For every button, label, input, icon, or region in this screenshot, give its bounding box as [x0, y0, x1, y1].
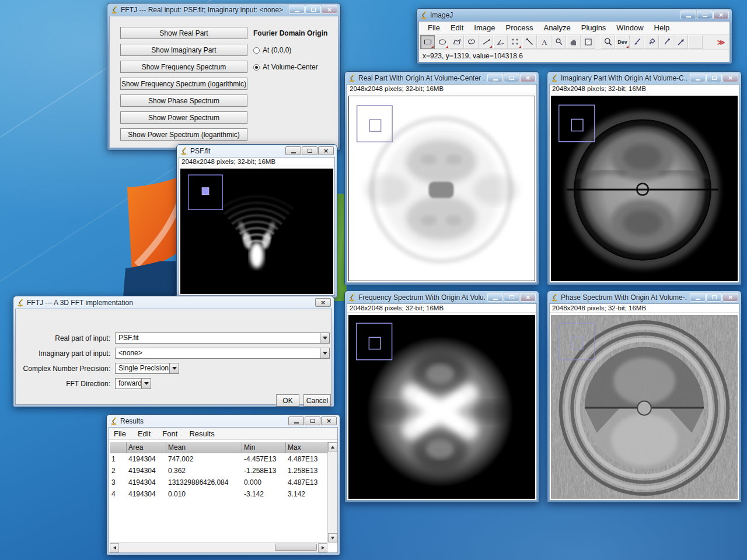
menu-edit[interactable]: Edit	[137, 429, 156, 438]
close-button[interactable]: ×	[520, 74, 536, 82]
real-part-titlebar[interactable]: Real Part With Origin At Volume-Center .…	[347, 72, 537, 84]
menu-help[interactable]: Help	[649, 23, 675, 33]
show-phase-spectrum-button[interactable]: Show Phase Spectrum	[120, 94, 247, 107]
frequency-titlebar[interactable]: Frequency Spectrum With Origin At Volu..…	[347, 291, 537, 303]
cancel-button[interactable]: Cancel	[303, 394, 331, 407]
flood-fill-tool[interactable]	[644, 35, 659, 49]
point-tool[interactable]	[508, 35, 522, 49]
close-button[interactable]: ×	[722, 74, 738, 82]
minimize-button[interactable]	[487, 293, 503, 302]
menu-plugins[interactable]: Plugins	[576, 23, 612, 33]
dropdown-button[interactable]	[320, 332, 330, 344]
horizontal-scrollbar[interactable]	[110, 542, 327, 552]
freehand-tool[interactable]	[464, 35, 479, 49]
column-header-area[interactable]: Area	[127, 442, 166, 453]
close-button[interactable]: ×	[315, 298, 331, 307]
minimize-button[interactable]	[289, 5, 305, 14]
minimize-button[interactable]	[690, 293, 706, 302]
table-row[interactable]: 3 4194304 131329886426.084 0.000 4.487E1…	[110, 477, 327, 488]
minimize-button[interactable]	[487, 74, 503, 82]
close-button[interactable]: ×	[713, 10, 729, 19]
column-header-index[interactable]	[110, 442, 127, 453]
imaginary-part-canvas[interactable]	[551, 96, 738, 281]
show-real-part-button[interactable]: Show Real Part	[120, 27, 247, 39]
line-tool[interactable]	[479, 35, 493, 49]
precision-select[interactable]: Single Precision	[115, 363, 179, 374]
zoom-tool[interactable]	[551, 35, 566, 49]
fftj-dialog-titlebar[interactable]: FFTJ --- A 3D FFT implementation ×	[15, 296, 332, 309]
scroll-right-button[interactable]	[318, 543, 327, 552]
direction-select[interactable]: forward	[115, 378, 151, 389]
scroll-up-button[interactable]	[328, 442, 337, 452]
table-row[interactable]: 4 4194304 0.010 -3.142 3.142	[110, 488, 327, 500]
table-row[interactable]: 1 4194304 747.002 -4.457E13 4.487E13	[110, 453, 327, 465]
rectangle-tool[interactable]	[420, 35, 435, 49]
column-header-mean[interactable]: Mean	[166, 442, 242, 453]
vertical-scrollbar[interactable]	[327, 442, 337, 542]
angle-tool[interactable]	[493, 35, 508, 49]
arrow-tool[interactable]	[673, 35, 688, 49]
hand-tool[interactable]	[566, 35, 581, 49]
menu-analyze[interactable]: Analyze	[538, 23, 575, 33]
color-picker-tool[interactable]	[581, 35, 595, 49]
close-button[interactable]: ×	[318, 146, 334, 155]
imaginary-input-select[interactable]: <none>	[115, 348, 330, 359]
ok-button[interactable]: OK	[276, 394, 299, 407]
imaginary-part-titlebar[interactable]: Imaginary Part With Origin At Volume-C..…	[549, 72, 739, 84]
dropdown-button[interactable]	[141, 378, 151, 389]
minimize-button[interactable]	[690, 74, 706, 82]
psf-canvas[interactable]	[180, 169, 333, 294]
maximize-button[interactable]	[706, 74, 722, 82]
maximize-button[interactable]	[706, 293, 722, 302]
maximize-button[interactable]	[697, 10, 713, 19]
show-frequency-spectrum-log-button[interactable]: Show Frequency Spectrum (logarithmic)	[120, 78, 247, 90]
fftj-panel-titlebar[interactable]: FFTJ --- Real input: PSF.fit; Imaginary …	[109, 4, 338, 16]
dev-menu-tool[interactable]: Dev	[615, 35, 630, 49]
more-tools-button[interactable]: ≫	[714, 35, 728, 49]
column-header-max[interactable]: Max	[286, 442, 327, 453]
roi-selection[interactable]	[357, 106, 392, 142]
phase-titlebar[interactable]: Phase Spectrum With Origin At Volume-...…	[549, 291, 739, 303]
dropdown-button[interactable]	[320, 348, 330, 359]
menu-file[interactable]: File	[113, 429, 132, 438]
menu-image[interactable]: Image	[469, 23, 500, 33]
polygon-tool[interactable]	[449, 35, 464, 49]
empty-tool-slot[interactable]	[688, 35, 703, 49]
roi-selection[interactable]	[357, 323, 392, 360]
menu-edit[interactable]: Edit	[445, 23, 469, 33]
real-part-canvas[interactable]	[348, 96, 535, 281]
minimize-button[interactable]	[285, 146, 301, 155]
oval-tool[interactable]	[435, 35, 449, 49]
scroll-down-button[interactable]	[328, 533, 337, 542]
wand-tool[interactable]	[522, 35, 537, 49]
close-button[interactable]: ×	[722, 293, 738, 302]
real-input-select[interactable]: PSF.fit	[115, 332, 330, 344]
show-imaginary-part-button[interactable]: Show Imaginary Part	[120, 44, 247, 56]
minimize-button[interactable]	[288, 416, 304, 425]
dropdown-button[interactable]	[169, 363, 179, 374]
table-row[interactable]: 2 4194304 0.362 -1.258E13 1.258E13	[110, 465, 327, 477]
imagej-titlebar[interactable]: ImageJ ×	[418, 9, 730, 21]
radio-origin-000[interactable]: At (0,0,0)	[253, 46, 291, 54]
psf-titlebar[interactable]: PSF.fit ×	[179, 145, 335, 157]
close-button[interactable]: ×	[321, 416, 337, 425]
menu-results[interactable]: Results	[188, 429, 220, 438]
maximize-button[interactable]	[504, 293, 519, 302]
frequency-canvas[interactable]	[348, 315, 535, 499]
close-button[interactable]: ×	[520, 293, 536, 302]
close-button[interactable]: ×	[322, 5, 337, 14]
maximize-button[interactable]	[302, 146, 317, 155]
magnifier-macro-tool[interactable]	[601, 35, 615, 49]
radio-origin-volume-center[interactable]: At Volume-Center	[253, 63, 318, 71]
phase-canvas[interactable]	[551, 315, 738, 499]
maximize-button[interactable]	[305, 416, 320, 425]
brush-tool[interactable]	[630, 35, 644, 49]
menu-window[interactable]: Window	[611, 23, 648, 33]
maximize-button[interactable]	[504, 74, 519, 82]
minimize-button[interactable]	[680, 10, 696, 19]
dropper-tool[interactable]	[659, 35, 673, 49]
roi-selection[interactable]	[189, 175, 223, 209]
menu-font[interactable]: Font	[161, 429, 183, 438]
results-titlebar[interactable]: Results ×	[109, 415, 338, 427]
scroll-left-button[interactable]	[110, 543, 119, 552]
